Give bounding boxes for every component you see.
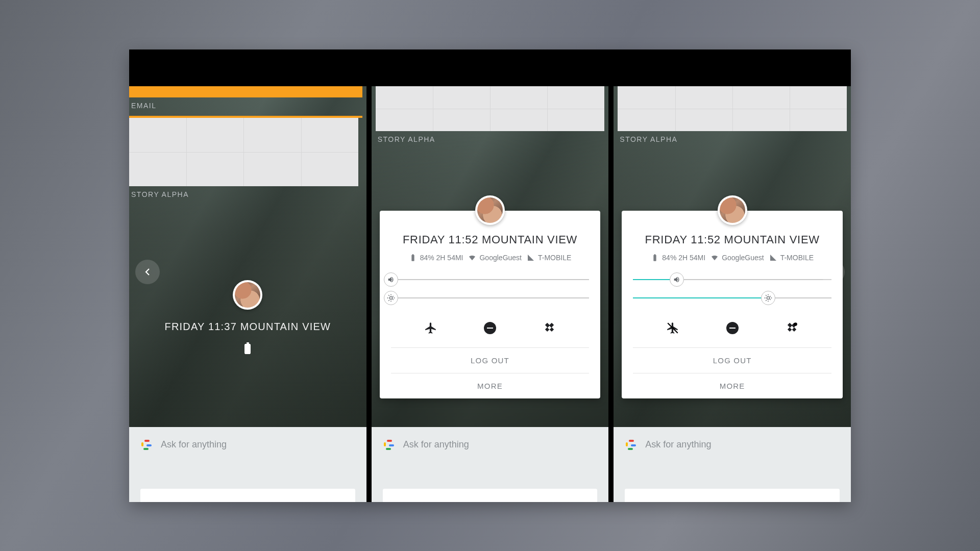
search-footer: Ask for anything xyxy=(372,427,609,502)
cell-status[interactable]: T-MOBILE xyxy=(769,254,814,262)
chevron-left-icon xyxy=(141,266,154,278)
email-widget-label: EMAIL xyxy=(129,97,366,116)
rotate-lock-icon xyxy=(785,321,798,335)
brightness-icon xyxy=(387,294,395,302)
search-placeholder: Ask for anything xyxy=(403,439,469,450)
rotate-icon xyxy=(543,321,556,335)
mockup-board: EMAIL STORY ALPHA FRIDAY 11:37 MOUNTAIN … xyxy=(129,49,851,502)
story-alpha-widget[interactable] xyxy=(129,116,362,186)
google-logo-icon xyxy=(383,439,394,450)
brightness-track xyxy=(633,297,831,298)
search-placeholder: Ask for anything xyxy=(161,439,227,450)
airplane-mode-toggle[interactable] xyxy=(421,318,441,338)
toggles-row xyxy=(633,309,831,347)
airplane-off-icon xyxy=(666,321,679,335)
brightness-track xyxy=(391,297,590,298)
signal-icon xyxy=(769,254,777,262)
wifi-status[interactable]: GoogleGuest xyxy=(468,254,522,262)
top-black-bar xyxy=(129,49,851,86)
widget-area: STORY ALPHA xyxy=(372,86,609,149)
logout-button[interactable]: LOG OUT xyxy=(391,347,590,373)
avatar[interactable] xyxy=(233,280,262,310)
cell-status[interactable]: T-MOBILE xyxy=(527,254,571,262)
card-peek[interactable] xyxy=(140,489,355,502)
status-row: 84% 2H 54MI GoogleGuest T-MOBILE xyxy=(633,254,831,262)
brightness-icon xyxy=(764,294,772,302)
brightness-thumb[interactable] xyxy=(384,291,398,305)
wifi-icon xyxy=(468,254,476,262)
email-widget-strip[interactable] xyxy=(129,86,362,97)
card-peek[interactable] xyxy=(383,489,598,502)
svg-point-1 xyxy=(794,322,797,326)
volume-slider[interactable] xyxy=(633,272,831,287)
story-alpha-widget-label: STORY ALPHA xyxy=(614,131,851,149)
card-peek[interactable] xyxy=(625,489,840,502)
quick-settings-card: FRIDAY 11:52 MOUNTAIN VIEW 84% 2H 54MI G… xyxy=(622,211,843,398)
dnd-icon xyxy=(726,322,739,334)
dnd-toggle[interactable] xyxy=(480,318,500,338)
chevron-right-icon xyxy=(826,266,839,278)
search-bar[interactable]: Ask for anything xyxy=(140,439,355,450)
wifi-icon xyxy=(710,254,719,262)
prev-arrow-button[interactable] xyxy=(135,260,160,284)
volume-slider[interactable] xyxy=(391,272,590,287)
widget-area: EMAIL STORY ALPHA xyxy=(129,86,366,205)
panels-row: EMAIL STORY ALPHA FRIDAY 11:37 MOUNTAIN … xyxy=(129,86,851,502)
brightness-thumb[interactable] xyxy=(761,291,775,305)
volume-thumb[interactable] xyxy=(384,272,398,287)
story-alpha-widget[interactable] xyxy=(618,86,847,131)
datetime-location: FRIDAY 11:52 MOUNTAIN VIEW xyxy=(633,233,831,246)
story-alpha-widget-label: STORY ALPHA xyxy=(129,186,366,205)
volume-icon xyxy=(387,276,395,284)
battery-icon xyxy=(651,254,659,262)
brightness-slider[interactable] xyxy=(391,290,590,306)
rotation-toggle[interactable] xyxy=(781,318,802,338)
dnd-toggle[interactable] xyxy=(722,318,743,338)
datetime-location: FRIDAY 11:37 MOUNTAIN VIEW xyxy=(164,321,331,333)
panel-right: STORY ALPHA FRIDAY 11:52 MOUNTAIN VIEW 8… xyxy=(614,86,851,502)
next-arrow-button[interactable] xyxy=(820,260,845,284)
avatar[interactable] xyxy=(718,195,747,225)
more-button[interactable]: MORE xyxy=(633,373,831,398)
airplane-icon xyxy=(424,321,437,335)
volume-track xyxy=(391,279,590,280)
center-status: FRIDAY 11:37 MOUNTAIN VIEW xyxy=(129,280,366,354)
toggles-row xyxy=(391,309,590,347)
more-button[interactable]: MORE xyxy=(391,373,590,398)
airplane-mode-toggle[interactable] xyxy=(663,318,683,338)
status-row: 84% 2H 54MI GoogleGuest T-MOBILE xyxy=(391,254,590,262)
dnd-icon xyxy=(484,322,496,334)
quick-settings-card: FRIDAY 11:52 MOUNTAIN VIEW 84% 2H 54MI G… xyxy=(380,211,601,398)
panel-left: EMAIL STORY ALPHA FRIDAY 11:37 MOUNTAIN … xyxy=(129,86,366,502)
battery-status[interactable]: 84% 2H 54MI xyxy=(409,254,463,262)
volume-thumb[interactable] xyxy=(670,272,684,287)
google-logo-icon xyxy=(625,439,636,450)
battery-icon xyxy=(244,344,251,354)
battery-icon xyxy=(409,254,417,262)
search-placeholder: Ask for anything xyxy=(645,439,711,450)
datetime-location: FRIDAY 11:52 MOUNTAIN VIEW xyxy=(391,233,590,246)
signal-icon xyxy=(527,254,535,262)
search-footer: Ask for anything xyxy=(129,427,366,502)
story-alpha-widget[interactable] xyxy=(376,86,605,131)
search-bar[interactable]: Ask for anything xyxy=(625,439,840,450)
search-footer: Ask for anything xyxy=(614,427,851,502)
logout-button[interactable]: LOG OUT xyxy=(633,347,831,373)
volume-track xyxy=(633,279,831,280)
story-alpha-widget-label: STORY ALPHA xyxy=(372,131,609,149)
rotation-toggle[interactable] xyxy=(539,318,559,338)
search-bar[interactable]: Ask for anything xyxy=(383,439,598,450)
google-logo-icon xyxy=(140,439,152,450)
panel-middle: STORY ALPHA FRIDAY 11:52 MOUNTAIN VIEW 8… xyxy=(372,86,609,502)
battery-status[interactable]: 84% 2H 54MI xyxy=(651,254,705,262)
brightness-slider[interactable] xyxy=(633,290,831,306)
avatar[interactable] xyxy=(475,195,505,225)
wifi-status[interactable]: GoogleGuest xyxy=(710,254,764,262)
widget-area: STORY ALPHA xyxy=(614,86,851,149)
volume-icon xyxy=(673,276,681,284)
